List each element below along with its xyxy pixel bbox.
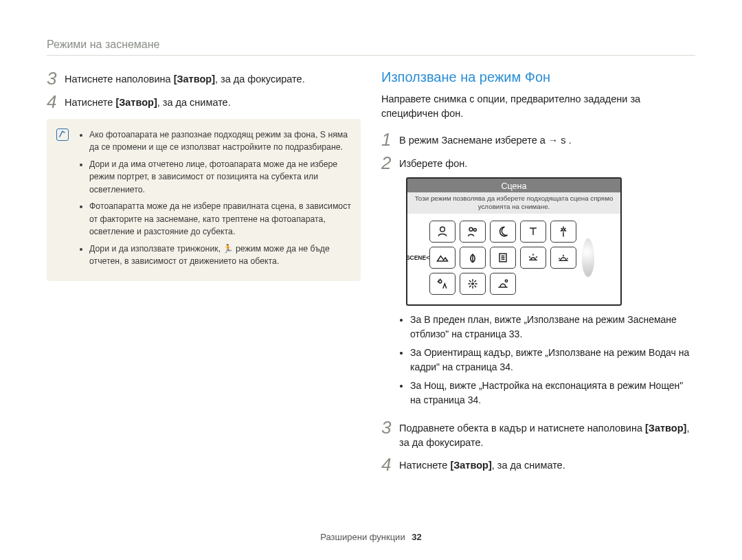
- columns: 3 Натиснете наполовина [Затвор], за да ф…: [47, 69, 695, 479]
- note-item: Ако фотоапарата не разпознае подходящ ре…: [89, 128, 351, 154]
- macro-icon[interactable]: [460, 247, 486, 269]
- sub-bullets: За В преден план, вижте „Използване на р…: [381, 313, 695, 407]
- left-column: 3 Натиснете наполовина [Затвор], за да ф…: [47, 69, 361, 479]
- page-header: Режими на заснемане: [47, 38, 695, 51]
- screenshot-subtitle: Този режим позволява да изберете подходя…: [407, 192, 620, 213]
- step-number: 4: [381, 456, 399, 473]
- text: , за да снимате.: [157, 97, 231, 108]
- svg-point-1: [469, 227, 473, 231]
- text: , за да фокусирате.: [215, 74, 305, 85]
- footer: Разширени функции 32: [0, 532, 742, 542]
- scene-left-label: SCENE<: [406, 254, 429, 261]
- bullet-item: За Ориентиращ кадър, вижте „Използване н…: [410, 346, 695, 374]
- flower-icon[interactable]: [550, 221, 576, 243]
- screenshot-title: Сцена: [407, 179, 620, 192]
- scene-left-marker: SCENE<: [412, 234, 424, 282]
- backlight-icon[interactable]: [429, 273, 456, 295]
- device-screenshot: Сцена Този режим позволява да изберете п…: [406, 177, 622, 305]
- shutter-label: [Затвор]: [645, 423, 686, 434]
- step-number: 1: [381, 131, 399, 148]
- text: Подравнете обекта в кадър и натиснете на…: [399, 423, 645, 434]
- svg-line-10: [529, 256, 530, 258]
- note-box: Ако фотоапарата не разпознае подходящ ре…: [47, 119, 361, 281]
- text: , за да снимате.: [492, 460, 565, 471]
- shutter-label: [Затвор]: [115, 97, 157, 108]
- svg-line-11: [536, 256, 537, 258]
- step-text: Натиснете наполовина [Затвор], за да фок…: [65, 69, 305, 87]
- dawn-icon[interactable]: [550, 247, 576, 269]
- step-text: Подравнете обекта в кадър и натиснете на…: [399, 418, 695, 450]
- portrait-icon[interactable]: [429, 221, 456, 243]
- step-number: 2: [381, 154, 399, 172]
- step-text: Натиснете [Затвор], за да снимате.: [65, 93, 231, 110]
- children-icon[interactable]: [460, 221, 486, 243]
- step-2: 2 Изберете фон.: [381, 154, 695, 172]
- guide-icon[interactable]: [490, 247, 516, 269]
- shutter-label: [Затвор]: [450, 460, 491, 471]
- divider: [47, 55, 695, 56]
- note-item: Фотоапаратта може да не избере правилнат…: [89, 200, 351, 238]
- shutter-label: [Затвор]: [174, 74, 215, 85]
- text-icon[interactable]: [520, 221, 546, 243]
- step-text: Изберете фон.: [399, 154, 467, 171]
- step-number: 3: [47, 69, 65, 87]
- section-intro: Направете снимка с опции, предварително …: [381, 92, 695, 121]
- step-number: 3: [381, 418, 399, 436]
- beach-icon[interactable]: [490, 273, 516, 295]
- scene-right-knob: [582, 234, 594, 282]
- step-3: 3 Натиснете наполовина [Затвор], за да ф…: [47, 69, 361, 87]
- knob-icon: [582, 238, 594, 277]
- step-text: Натиснете [Затвор], за да снимате.: [399, 456, 565, 473]
- landscape-icon[interactable]: [429, 247, 456, 269]
- note-item: Дори и да използвате тринжоник, 🏃 режим …: [89, 243, 351, 268]
- page-number: 32: [412, 532, 421, 542]
- step-3r: 3 Подравнете обекта в кадър и натиснете …: [381, 418, 695, 450]
- note-item: Дори и да има отчетено лице, фотоапарата…: [89, 158, 351, 196]
- text: Натиснете: [65, 97, 115, 108]
- right-column: Използване на режим Фон Направете снимка…: [381, 69, 695, 479]
- bullet-item: За Нощ, вижте „Настройка на експонацията…: [410, 379, 695, 407]
- svg-point-0: [440, 227, 445, 232]
- step-1: 1 В режим Заснемане изберете a → s .: [381, 131, 695, 148]
- fireworks-icon[interactable]: [460, 273, 486, 295]
- night-icon[interactable]: [490, 221, 516, 243]
- svg-point-12: [439, 280, 442, 282]
- note-list: Ако фотоапарата не разпознае подходящ ре…: [78, 128, 351, 267]
- step-text: В режим Заснемане изберете a → s .: [399, 131, 572, 148]
- text: Натиснете: [399, 460, 450, 471]
- step-4r: 4 Натиснете [Затвор], за да снимате.: [381, 456, 695, 473]
- scene-icon-grid: [429, 221, 576, 295]
- step-number: 4: [47, 93, 65, 111]
- footer-label: Разширени функции: [320, 532, 405, 542]
- bullet-item: За В преден план, вижте „Използване на р…: [410, 313, 695, 341]
- screenshot-body: SCENE<: [407, 214, 620, 304]
- section-title: Използване на режим Фон: [381, 69, 695, 85]
- page: Режими на заснемане 3 Натиснете наполови…: [0, 0, 742, 560]
- svg-point-13: [472, 282, 474, 284]
- svg-point-14: [505, 280, 507, 282]
- step-4: 4 Натиснете [Затвор], за да снимате.: [47, 93, 361, 111]
- svg-point-2: [473, 228, 476, 231]
- sunset-icon[interactable]: [520, 247, 546, 269]
- note-icon: [56, 128, 69, 141]
- text: Натиснете наполовина: [65, 74, 174, 85]
- svg-point-3: [562, 228, 564, 230]
